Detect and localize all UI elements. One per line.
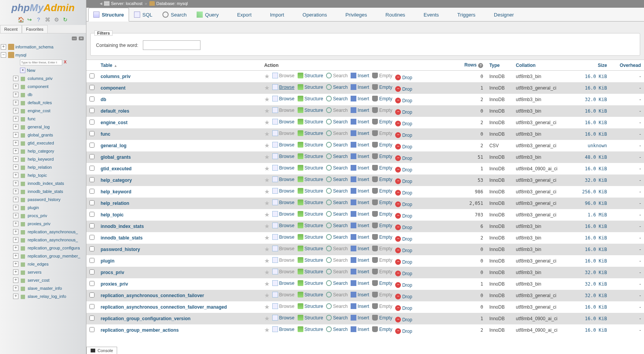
browse-action[interactable]: Browse	[272, 96, 295, 101]
expand-icon[interactable]: +	[13, 100, 18, 105]
row-checkbox[interactable]	[89, 85, 94, 90]
tab-triggers[interactable]: Triggers	[444, 8, 480, 22]
browse-action[interactable]: Browse	[272, 199, 295, 205]
search-action[interactable]: Search	[326, 153, 348, 159]
search-action[interactable]: Search	[326, 188, 348, 194]
drop-action[interactable]: −Drop	[395, 328, 412, 334]
drop-action[interactable]: −Drop	[395, 271, 412, 276]
browse-action[interactable]: Browse	[272, 257, 295, 263]
expand-icon[interactable]: +	[13, 221, 18, 226]
tree-table-engine_cost[interactable]: +▦engine_cost	[13, 106, 86, 115]
tree-table-replication_asynchronous_[interactable]: +▦replication_asynchronous_	[13, 228, 86, 236]
tree-table-help_relation[interactable]: +▦help_relation	[13, 163, 86, 171]
tree-table-role_edges[interactable]: +▦role_edges	[13, 260, 86, 268]
search-action[interactable]: Search	[326, 73, 348, 78]
browse-action[interactable]: Browse	[272, 234, 295, 240]
structure-action[interactable]: Structure	[298, 176, 323, 182]
back-icon[interactable]: ◄	[98, 1, 104, 6]
structure-action[interactable]: Structure	[298, 211, 323, 217]
tree-db-mysql[interactable]: −mysql	[1, 51, 86, 59]
expand-icon[interactable]: +	[13, 286, 18, 291]
type-header[interactable]: Type	[486, 60, 513, 71]
home-icon[interactable]: 🏠	[18, 17, 24, 23]
rows-header[interactable]: Rows?	[455, 60, 486, 71]
search-action[interactable]: Search	[326, 176, 348, 182]
tree-table-slave_master_info[interactable]: +▦slave_master_info	[13, 284, 86, 292]
drop-action[interactable]: −Drop	[395, 121, 412, 126]
tree-table-general_log[interactable]: +▦general_log	[13, 123, 86, 131]
tab-search[interactable]: Search	[157, 8, 192, 22]
table-link-func[interactable]: func	[101, 131, 110, 137]
table-link-gtid_executed[interactable]: gtid_executed	[101, 166, 132, 171]
structure-action[interactable]: Structure	[298, 257, 323, 263]
tree-table-help_keyword[interactable]: +▦help_keyword	[13, 155, 86, 163]
structure-action[interactable]: Structure	[298, 303, 323, 309]
tree-table-servers[interactable]: +▦servers	[13, 268, 86, 276]
tree-table-plugin[interactable]: +▦plugin	[13, 203, 86, 211]
tree-table-help_topic[interactable]: +▦help_topic	[13, 171, 86, 179]
favorite-icon[interactable]: ★	[264, 96, 270, 103]
structure-action[interactable]: Structure	[298, 199, 323, 205]
favorite-icon[interactable]: ★	[264, 258, 270, 264]
table-link-help_keyword[interactable]: help_keyword	[101, 189, 131, 194]
browse-action[interactable]: Browse	[272, 315, 295, 321]
insert-action[interactable]: Insert	[351, 96, 369, 101]
drop-action[interactable]: −Drop	[395, 155, 412, 161]
search-action[interactable]: Search	[326, 211, 348, 217]
row-checkbox[interactable]	[89, 108, 94, 113]
table-link-engine_cost[interactable]: engine_cost	[101, 120, 127, 125]
tree-table-innodb_table_stats[interactable]: +▦innodb_table_stats	[13, 187, 86, 195]
browse-action[interactable]: Browse	[272, 165, 295, 171]
insert-action[interactable]: Insert	[351, 107, 369, 113]
search-action[interactable]: Search	[326, 280, 348, 286]
drop-action[interactable]: −Drop	[395, 305, 412, 311]
structure-action[interactable]: Structure	[298, 153, 323, 159]
rows-help-icon[interactable]: ?	[478, 63, 483, 68]
row-checkbox[interactable]	[89, 212, 94, 217]
tab-privileges[interactable]: Privileges	[332, 8, 372, 22]
structure-action[interactable]: Structure	[298, 246, 323, 251]
empty-action[interactable]: Empty	[372, 119, 392, 125]
favorite-icon[interactable]: ★	[264, 234, 270, 241]
empty-action[interactable]: Empty	[372, 315, 392, 321]
filter-input[interactable]	[143, 40, 200, 50]
structure-action[interactable]: Structure	[298, 84, 323, 90]
tree-table-columns_priv[interactable]: +▦columns_priv	[13, 74, 86, 82]
tree-new-table[interactable]: ✦New	[20, 66, 86, 74]
row-checkbox[interactable]	[89, 166, 94, 171]
expand-icon[interactable]: +	[13, 253, 18, 259]
empty-action[interactable]: Empty	[372, 303, 392, 309]
search-action[interactable]: Search	[326, 303, 348, 309]
browse-action[interactable]: Browse	[272, 292, 295, 297]
row-checkbox[interactable]	[89, 293, 94, 297]
recent-tab[interactable]: Recent	[0, 25, 22, 33]
tree-table-replication_asynchronous_[interactable]: +▦replication_asynchronous_	[13, 236, 86, 244]
tree-table-innodb_index_stats[interactable]: +▦innodb_index_stats	[13, 179, 86, 187]
drop-action[interactable]: −Drop	[395, 224, 412, 230]
structure-action[interactable]: Structure	[298, 292, 323, 297]
tab-designer[interactable]: Designer	[480, 8, 519, 22]
search-action[interactable]: Search	[326, 130, 348, 136]
expand-icon[interactable]: +	[13, 229, 18, 234]
tab-operations[interactable]: Operations	[289, 8, 332, 22]
expand-icon[interactable]: +	[1, 44, 6, 50]
empty-action[interactable]: Empty	[372, 234, 392, 240]
structure-action[interactable]: Structure	[298, 280, 323, 286]
expand-icon[interactable]: +	[13, 205, 18, 210]
search-action[interactable]: Search	[326, 269, 348, 274]
docs-icon[interactable]: ?	[35, 17, 41, 23]
structure-action[interactable]: Structure	[298, 73, 323, 78]
insert-action[interactable]: Insert	[351, 315, 369, 321]
favorite-icon[interactable]: ★	[264, 211, 270, 218]
empty-action[interactable]: Empty	[372, 188, 392, 194]
row-checkbox[interactable]	[89, 304, 94, 309]
structure-action[interactable]: Structure	[298, 96, 323, 101]
tab-structure[interactable]: Structure	[88, 8, 129, 22]
table-link-help_category[interactable]: help_category	[101, 178, 132, 183]
table-link-general_log[interactable]: general_log	[101, 143, 126, 148]
browse-action[interactable]: Browse	[272, 153, 295, 159]
table-link-component[interactable]: component	[101, 85, 126, 91]
row-checkbox[interactable]	[89, 131, 94, 136]
row-checkbox[interactable]	[89, 316, 94, 321]
insert-action[interactable]: Insert	[351, 73, 369, 78]
